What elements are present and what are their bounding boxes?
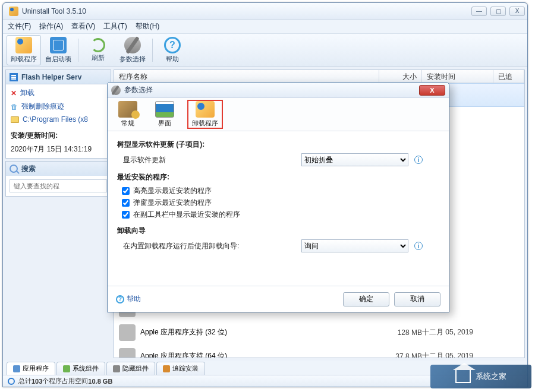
toolbar-startup[interactable]: 自启动项 — [41, 35, 75, 65]
app-icon — [9, 7, 18, 16]
select-wizard[interactable]: 询问 — [301, 239, 408, 252]
col-tracked[interactable]: 已追踪 — [493, 70, 524, 83]
cancel-button[interactable]: 取消 — [394, 292, 440, 306]
search-icon — [10, 165, 18, 173]
system-icon — [63, 365, 70, 372]
hidden-icon — [113, 365, 120, 372]
tab-applications[interactable]: 应用程序 — [7, 362, 55, 375]
app-list-icon — [10, 73, 18, 81]
toolbar-refresh[interactable]: 刷新 — [81, 35, 115, 65]
menubar: 文件(F) 操作(A) 查看(V) 工具(T) 帮助(H) — [3, 20, 527, 34]
menu-file[interactable]: 文件(F) — [8, 21, 31, 31]
list-header[interactable]: 程序名称 大小 安装时间 已追踪 — [114, 70, 524, 83]
watermark: 系统之家 — [430, 365, 531, 388]
info-icon[interactable]: i — [414, 156, 423, 164]
toolbar-preferences[interactable]: 参数选择 — [115, 35, 150, 65]
interface-icon — [155, 101, 174, 118]
program-icon — [119, 324, 136, 341]
uninstaller-icon — [15, 37, 32, 53]
toolbar-uninstaller[interactable]: 卸载程序 — [7, 35, 41, 65]
dialog-body: 树型显示软件更新 (子项目): 显示软件更新 初始折叠 i 最近安装的程序: 高… — [108, 131, 449, 264]
uninstaller-icon — [196, 101, 215, 118]
preferences-icon — [111, 86, 121, 95]
toolbar-help[interactable]: ?帮助 — [155, 35, 190, 65]
menu-action[interactable]: 操作(A) — [39, 21, 63, 31]
general-icon — [118, 101, 137, 118]
toolbar-separator — [152, 39, 153, 62]
window-title: Uninstall Tool 3.5.10 — [22, 7, 86, 15]
search-input[interactable] — [10, 179, 107, 192]
disk-icon — [8, 378, 15, 385]
details-panel: Flash Helper Serv ✕卸载 🗑强制删除痕迹 C:\Program… — [5, 69, 111, 159]
toolbar: 卸载程序 自启动项 刷新 参数选择 ?帮助 — [3, 34, 527, 67]
section-recent: 最近安装的程序: — [117, 172, 439, 182]
chk-popup-recent[interactable] — [122, 199, 130, 207]
menu-help[interactable]: 帮助(H) — [136, 21, 160, 31]
col-time[interactable]: 安装时间 — [422, 70, 493, 83]
action-uninstall[interactable]: ✕卸载 — [11, 88, 106, 98]
dialog-close-button[interactable]: X — [419, 85, 445, 96]
house-icon — [455, 370, 471, 383]
col-size[interactable]: 大小 — [379, 70, 422, 83]
col-name[interactable]: 程序名称 — [114, 70, 379, 83]
trash-icon: 🗑 — [11, 103, 18, 111]
menu-view[interactable]: 查看(V) — [71, 21, 95, 31]
chk-highlight-recent[interactable] — [122, 187, 130, 195]
section-wizard: 卸载向导 — [117, 226, 439, 236]
dialog-help-link[interactable]: ?帮助 — [116, 294, 141, 304]
tab-system[interactable]: 系统组件 — [56, 362, 105, 375]
details-header: Flash Helper Serv — [6, 70, 111, 84]
menu-tools[interactable]: 工具(T) — [103, 21, 127, 31]
action-open-folder[interactable]: C:\Program Files (x8 — [11, 115, 106, 124]
chk-toolbar-recent[interactable] — [122, 211, 130, 219]
toolbar-separator — [78, 39, 78, 62]
program-icon — [119, 348, 136, 358]
tab-uninstaller[interactable]: 卸载程序 — [187, 100, 223, 129]
dialog-titlebar[interactable]: 参数选择 X — [108, 83, 449, 98]
table-row[interactable]: Apple 应用程序支持 (64 位)37.8 MB十二月 05, 2019 — [114, 344, 524, 358]
dialog-title: 参数选择 — [124, 85, 153, 95]
install-time-value: 2020年7月 15日 14:31:19 — [11, 144, 106, 154]
label-show-updates: 显示软件更新 — [117, 155, 301, 165]
tab-interface[interactable]: 界面 — [150, 100, 179, 129]
apps-icon — [13, 365, 20, 372]
section-tree-updates: 树型显示软件更新 (子项目): — [117, 140, 439, 150]
action-force-remove[interactable]: 🗑强制删除痕迹 — [11, 102, 106, 112]
install-time-label: 安装/更新时间: — [11, 131, 106, 141]
traced-icon — [163, 365, 170, 372]
ok-button[interactable]: 确定 — [343, 292, 389, 306]
maximize-button[interactable]: ▢ — [490, 7, 506, 16]
preferences-icon — [124, 37, 141, 53]
table-row[interactable]: Apple 应用程序支持 (32 位)128 MB十二月 05, 2019 — [114, 321, 524, 344]
help-icon: ? — [116, 295, 124, 304]
refresh-icon — [91, 38, 105, 52]
tab-hidden[interactable]: 隐藏组件 — [106, 362, 155, 375]
info-icon[interactable]: i — [414, 242, 423, 250]
startup-icon — [50, 37, 67, 53]
select-show-updates[interactable]: 初始折叠 — [301, 153, 408, 166]
minimize-button[interactable]: — — [471, 7, 487, 16]
search-header: 搜索 — [6, 162, 111, 176]
close-button[interactable]: X — [509, 7, 525, 16]
label-wizard: 在内置卸载程序运行后使用卸载向导: — [117, 241, 301, 251]
folder-icon — [11, 116, 19, 123]
x-icon: ✕ — [11, 89, 17, 97]
search-panel: 搜索 — [5, 161, 111, 197]
dialog-footer: ?帮助 确定 取消 — [108, 286, 449, 312]
help-icon: ? — [164, 37, 181, 53]
dialog-tabs: 常规 界面 卸载程序 — [108, 98, 449, 131]
titlebar[interactable]: Uninstall Tool 3.5.10 — ▢ X — [3, 3, 527, 20]
tab-traced[interactable]: 追踪安装 — [156, 362, 205, 375]
tab-general[interactable]: 常规 — [114, 100, 142, 129]
preferences-dialog: 参数选择 X 常规 界面 卸载程序 树型显示软件更新 (子项目): 显示软件更新… — [107, 82, 449, 312]
